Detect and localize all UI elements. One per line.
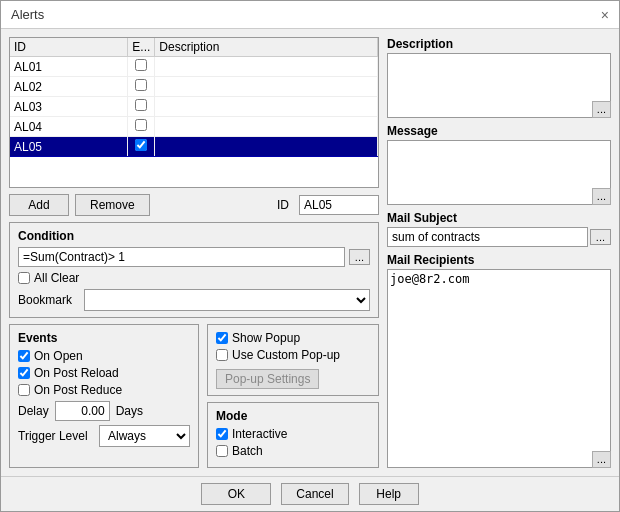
condition-ellipsis-button[interactable]: ... <box>349 249 370 265</box>
help-button[interactable]: Help <box>359 483 419 505</box>
on-open-label: On Open <box>34 349 83 363</box>
mail-subject-input-row: ... <box>387 227 611 247</box>
batch-row: Batch <box>216 444 370 458</box>
footer-bar: OK Cancel Help <box>1 476 619 511</box>
remove-button[interactable]: Remove <box>75 194 150 216</box>
on-post-reduce-checkbox[interactable] <box>18 384 30 396</box>
table-cell-id: AL01 <box>10 57 128 77</box>
description-ellipsis-button[interactable]: ... <box>592 101 611 118</box>
alerts-table: ID E... Description AL01AL02AL03AL04AL05 <box>10 38 378 157</box>
bookmark-select[interactable] <box>84 289 370 311</box>
bookmark-row: Bookmark <box>18 289 370 311</box>
table-cell-enabled <box>128 57 155 77</box>
on-open-row: On Open <box>18 349 190 363</box>
ok-button[interactable]: OK <box>201 483 271 505</box>
delay-label: Delay <box>18 404 49 418</box>
table-cell-enabled <box>128 97 155 117</box>
mail-recipients-textarea-container: joe@8r2.com ... <box>387 269 611 468</box>
interactive-checkbox[interactable] <box>216 428 228 440</box>
all-clear-checkbox[interactable] <box>18 272 30 284</box>
trigger-select[interactable]: Always Once Never <box>99 425 190 447</box>
close-button[interactable]: × <box>601 8 609 22</box>
add-remove-row: Add Remove ID <box>9 194 379 216</box>
batch-checkbox[interactable] <box>216 445 228 457</box>
table-cell-id: AL02 <box>10 77 128 97</box>
message-label: Message <box>387 124 611 138</box>
condition-box: Condition ... All Clear Bookmark <box>9 222 379 318</box>
id-label: ID <box>277 198 289 212</box>
delay-input[interactable] <box>55 401 110 421</box>
table-cell-description <box>155 77 378 97</box>
message-ellipsis-button[interactable]: ... <box>592 188 611 205</box>
events-label: Events <box>18 331 190 345</box>
use-custom-checkbox[interactable] <box>216 349 228 361</box>
on-post-reduce-row: On Post Reduce <box>18 383 190 397</box>
message-group: Message ... <box>387 124 611 205</box>
mode-box: Mode Interactive Batch <box>207 402 379 468</box>
col-description: Description <box>155 38 378 57</box>
table-cell-enabled <box>128 77 155 97</box>
message-textarea-container: ... <box>387 140 611 205</box>
table-cell-enabled <box>128 137 155 157</box>
on-post-reload-row: On Post Reload <box>18 366 190 380</box>
on-post-reduce-label: On Post Reduce <box>34 383 122 397</box>
use-custom-label: Use Custom Pop-up <box>232 348 340 362</box>
show-popup-checkbox[interactable] <box>216 332 228 344</box>
table-checkbox[interactable] <box>135 99 147 111</box>
mail-subject-label: Mail Subject <box>387 211 611 225</box>
all-clear-row: All Clear <box>18 271 370 285</box>
table-row[interactable]: AL01 <box>10 57 378 77</box>
on-post-reload-checkbox[interactable] <box>18 367 30 379</box>
mail-subject-ellipsis-button[interactable]: ... <box>590 229 611 245</box>
alerts-table-area: ID E... Description AL01AL02AL03AL04AL05 <box>9 37 379 188</box>
mail-recipients-ellipsis-button[interactable]: ... <box>592 451 611 468</box>
left-panel: ID E... Description AL01AL02AL03AL04AL05… <box>9 37 379 468</box>
table-cell-enabled <box>128 117 155 137</box>
table-header-row: ID E... Description <box>10 38 378 57</box>
use-custom-row: Use Custom Pop-up <box>216 348 370 362</box>
condition-input[interactable] <box>18 247 345 267</box>
mail-recipients-textarea[interactable]: joe@8r2.com <box>387 269 611 468</box>
description-textarea[interactable] <box>387 53 611 118</box>
right-panel: Description ... Message ... Mail Subject <box>387 37 611 468</box>
mail-subject-input[interactable] <box>387 227 588 247</box>
message-textarea[interactable] <box>387 140 611 205</box>
table-row[interactable]: AL05 <box>10 137 378 157</box>
main-content: ID E... Description AL01AL02AL03AL04AL05… <box>1 29 619 476</box>
days-label: Days <box>116 404 143 418</box>
popup-mode-column: Show Popup Use Custom Pop-up Pop-up Sett… <box>207 324 379 468</box>
mail-recipients-label: Mail Recipients <box>387 253 611 267</box>
table-row[interactable]: AL02 <box>10 77 378 97</box>
on-post-reload-label: On Post Reload <box>34 366 119 380</box>
cancel-button[interactable]: Cancel <box>281 483 348 505</box>
col-enabled: E... <box>128 38 155 57</box>
table-checkbox[interactable] <box>135 59 147 71</box>
table-row[interactable]: AL04 <box>10 117 378 137</box>
batch-label: Batch <box>232 444 263 458</box>
on-open-checkbox[interactable] <box>18 350 30 362</box>
col-id: ID <box>10 38 128 57</box>
events-mode-row: Events On Open On Post Reload On Post Re… <box>9 324 379 468</box>
description-textarea-container: ... <box>387 53 611 118</box>
show-popup-label: Show Popup <box>232 331 300 345</box>
table-cell-id: AL03 <box>10 97 128 117</box>
delay-row: Delay Days <box>18 401 190 421</box>
table-cell-description <box>155 117 378 137</box>
table-cell-description <box>155 57 378 77</box>
trigger-label: Trigger Level <box>18 429 93 443</box>
interactive-label: Interactive <box>232 427 287 441</box>
table-checkbox[interactable] <box>135 119 147 131</box>
title-bar: Alerts × <box>1 1 619 29</box>
bookmark-label: Bookmark <box>18 293 78 307</box>
table-cell-description <box>155 97 378 117</box>
id-input[interactable] <box>299 195 379 215</box>
table-cell-id: AL05 <box>10 137 128 157</box>
table-checkbox[interactable] <box>135 79 147 91</box>
alerts-window: Alerts × ID E... Description AL01AL02AL0 <box>0 0 620 512</box>
table-checkbox[interactable] <box>135 139 147 151</box>
condition-label: Condition <box>18 229 370 243</box>
table-row[interactable]: AL03 <box>10 97 378 117</box>
show-popup-row: Show Popup <box>216 331 370 345</box>
add-button[interactable]: Add <box>9 194 69 216</box>
mode-label: Mode <box>216 409 370 423</box>
